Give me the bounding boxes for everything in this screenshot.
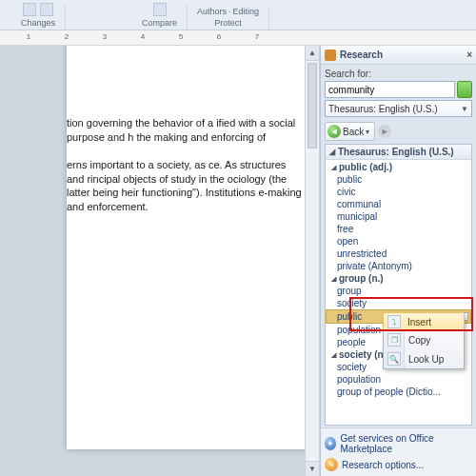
back-button[interactable]: ◄ Back ▾ bbox=[325, 122, 375, 141]
result-item[interactable]: unrestricted bbox=[326, 248, 471, 260]
page: tion governing the behavior of a ified w… bbox=[67, 46, 305, 449]
search-input[interactable] bbox=[325, 81, 455, 98]
context-copy[interactable]: ❐ Copy bbox=[384, 330, 464, 349]
result-item[interactable]: group bbox=[326, 285, 471, 297]
results-title: Thesaurus: English (U.S.) bbox=[338, 147, 454, 157]
scroll-thumb[interactable] bbox=[307, 63, 317, 149]
forward-button[interactable]: ► bbox=[378, 125, 391, 138]
document-area[interactable]: tion governing the behavior of a ified w… bbox=[0, 46, 305, 476]
result-item[interactable]: municipal bbox=[326, 210, 471, 223]
lookup-icon: 🔍 bbox=[387, 352, 401, 366]
ribbon-group-protect: Protect bbox=[214, 18, 242, 28]
go-button[interactable] bbox=[457, 81, 472, 98]
result-item[interactable]: public bbox=[326, 173, 471, 186]
copy-icon: ❐ bbox=[387, 333, 401, 347]
close-icon[interactable]: × bbox=[466, 50, 472, 60]
result-group[interactable]: group (n.) bbox=[326, 272, 471, 285]
chevron-down-icon: ▾ bbox=[366, 128, 369, 136]
ribbon-group-changes: Changes bbox=[21, 18, 55, 28]
research-pane: Research × Search for: Thesaurus: Englis… bbox=[320, 46, 476, 476]
pane-title: Research bbox=[340, 50, 383, 60]
back-icon: ◄ bbox=[327, 125, 341, 138]
ruler: 1 2 3 4 5 6 7 bbox=[0, 30, 476, 46]
result-group[interactable]: public (adj.) bbox=[326, 161, 471, 173]
paragraph: erns important to a society, as ce. As s… bbox=[67, 158, 305, 214]
context-lookup[interactable]: 🔍 Look Up bbox=[384, 349, 464, 368]
marketplace-link[interactable]: ✦ Get services on Office Marketplace bbox=[325, 431, 472, 456]
paragraph: tion governing the behavior of a ified w… bbox=[67, 116, 305, 145]
source-select[interactable]: Thesaurus: English (U.S.) ▼ bbox=[325, 100, 472, 117]
ribbon-group-compare: Compare bbox=[142, 18, 177, 28]
insert-icon: ⤵ bbox=[387, 315, 401, 328]
context-menu: ⤵ Insert ❐ Copy 🔍 Look Up bbox=[383, 312, 465, 369]
research-icon bbox=[325, 50, 336, 61]
options-icon: ✎ bbox=[325, 458, 338, 471]
ribbon: Changes Compare Authors · Editing Protec… bbox=[0, 0, 476, 30]
result-item[interactable]: free bbox=[326, 223, 471, 235]
search-label: Search for: bbox=[325, 69, 472, 79]
vertical-scrollbar[interactable]: ▲ ▼ bbox=[305, 46, 320, 476]
result-item[interactable]: group of people (Dictio... bbox=[326, 386, 471, 398]
globe-icon: ✦ bbox=[325, 437, 336, 450]
research-options-link[interactable]: ✎ Research options... bbox=[325, 456, 472, 473]
context-insert[interactable]: ⤵ Insert bbox=[383, 312, 465, 331]
scroll-up-icon[interactable]: ▲ bbox=[306, 46, 319, 61]
collapse-icon[interactable]: ◢ bbox=[329, 148, 335, 156]
chevron-down-icon: ▼ bbox=[461, 105, 468, 113]
scroll-down-icon[interactable]: ▼ bbox=[306, 461, 319, 476]
result-item[interactable]: communal bbox=[326, 198, 471, 210]
result-item[interactable]: private (Antonym) bbox=[326, 260, 471, 272]
result-item[interactable]: civic bbox=[326, 186, 471, 198]
result-item[interactable]: open bbox=[326, 235, 471, 248]
results-list: ◢ Thesaurus: English (U.S.) public (adj.… bbox=[325, 144, 472, 426]
result-item[interactable]: population bbox=[326, 373, 471, 386]
result-item[interactable]: society bbox=[326, 297, 471, 309]
